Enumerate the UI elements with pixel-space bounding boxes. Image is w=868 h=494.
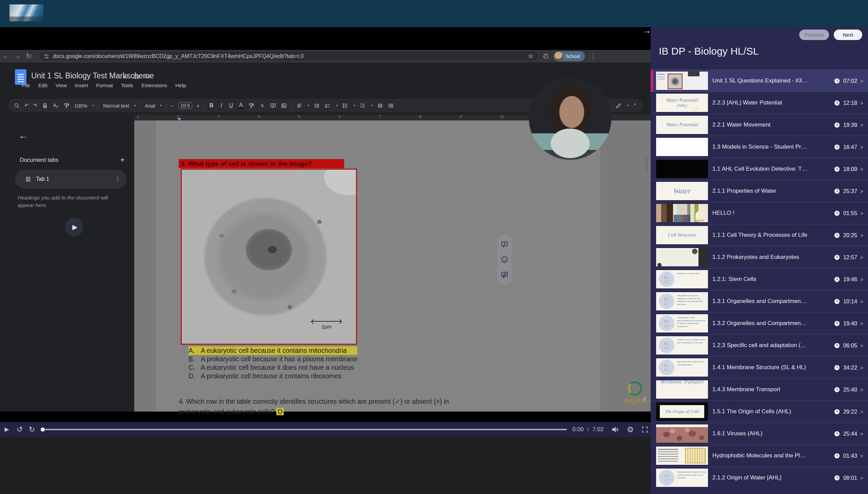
tab-item[interactable]: Tab 1 ⋮	[15, 170, 127, 189]
lesson-title: Hydrophobic Molecules and the Pl…	[712, 452, 834, 459]
dropdown-arrow-icon[interactable]: ▾	[627, 104, 629, 107]
tab-doc-icon	[25, 176, 31, 182]
spellcheck-icon[interactable]	[53, 102, 59, 109]
playlist-item[interactable]: B2.1.1Lipid bilayers as the basis of cel…	[651, 356, 868, 378]
playlist-item[interactable]: B2.2.4Adaptations of the mitochondrion f…	[651, 312, 868, 334]
forward-icon[interactable]: ↻	[26, 422, 38, 437]
add-comment-icon[interactable]	[500, 240, 509, 249]
option-text: A prokaryotic cell because it contains r…	[201, 372, 341, 380]
playlist-item[interactable]: B2.3.7Surface area-to-volume ratios and …	[651, 334, 868, 356]
close-tabs-panel-icon[interactable]: ←	[18, 130, 28, 141]
increase-font-size-icon[interactable]: +	[197, 103, 200, 109]
align-left-icon[interactable]	[296, 102, 303, 109]
undo-icon[interactable]: ↶	[24, 102, 29, 109]
tab-options-icon[interactable]: ⋮	[115, 175, 121, 183]
playlist-item[interactable]: Water Potential2.2.1 Water Movement19:39…	[651, 114, 868, 136]
emoji-reaction-icon[interactable]	[500, 255, 509, 264]
ruler-number: 1	[137, 115, 139, 119]
font-select[interactable]: Arial	[145, 103, 155, 109]
dropdown-arrow-icon[interactable]: ▾	[354, 104, 355, 107]
playlist-item[interactable]: Cell Structure1.1.1 Cell Theory & Proces…	[651, 224, 868, 246]
chevron-right-icon: >	[860, 343, 863, 348]
lesson-title: 1.1.1 Cell Theory & Processes of Life	[712, 232, 834, 239]
video-play-overlay-button[interactable]: ▶	[65, 218, 83, 236]
menu-view[interactable]: View	[56, 82, 67, 89]
playlist-item[interactable]: Unit 1 SL Questions Explained - #3…07:02…	[651, 70, 868, 92]
playlist-item[interactable]: HELLO !01:55>	[651, 202, 868, 224]
dropdown-arrow-icon[interactable]: ▾	[371, 104, 373, 107]
indent-icon[interactable]	[388, 102, 394, 109]
rewind-icon[interactable]: ↺	[14, 422, 26, 437]
doc-scrollbar-thumb[interactable]	[646, 157, 648, 172]
collapse-toolbar-icon[interactable]: ⌃	[633, 102, 637, 109]
menu-help[interactable]: Help	[175, 82, 186, 89]
numbered-list-icon[interactable]	[359, 102, 366, 109]
menu-edit[interactable]: Edit	[38, 82, 47, 89]
playlist-item[interactable]: B2.2.1Organelles as discrete subunits of…	[651, 290, 868, 312]
link-icon[interactable]	[259, 102, 265, 109]
zoom-select[interactable]: 100%	[74, 103, 87, 109]
text-color-button[interactable]: A	[238, 102, 244, 109]
menu-insert[interactable]: Insert	[75, 82, 88, 89]
outdent-icon[interactable]	[377, 102, 383, 109]
dropdown-arrow-icon[interactable]: ▾	[308, 104, 310, 107]
playlist-item[interactable]: 1.1.2 Prokaryotes and Eukaryotes12:57>	[651, 246, 868, 268]
paragraph-style-select[interactable]: Normal text	[103, 103, 129, 109]
menu-tools[interactable]: Tools	[121, 82, 133, 89]
playlist-item[interactable]: The Origin of Cells1.5.1 The Origin of C…	[651, 400, 868, 422]
sidebar-expand-chevron-icon[interactable]: ‹	[644, 393, 647, 404]
previous-button[interactable]: Previous	[799, 30, 829, 40]
playlist-item[interactable]: Hydrophobic Molecules and the Pl…01:43>	[651, 444, 868, 467]
redo-icon[interactable]: ↷	[33, 102, 38, 109]
image-icon[interactable]	[281, 102, 287, 109]
app-logo-image[interactable]	[9, 4, 43, 21]
toolbar-separator	[98, 102, 99, 109]
option-letter: C.	[189, 363, 201, 372]
suggest-edit-icon[interactable]	[500, 270, 509, 279]
playlist-item[interactable]: A1.1.7Extraplanetary origin of water on …	[651, 467, 868, 489]
comment-add-icon[interactable]	[270, 102, 276, 109]
sidebar-collapse-arrow-icon[interactable]: →	[643, 26, 651, 35]
search-icon[interactable]	[14, 102, 20, 109]
bullet-list-icon[interactable]	[342, 102, 349, 109]
chevron-right-icon: >	[860, 409, 863, 415]
highlight-color-icon[interactable]	[248, 102, 255, 109]
dropdown-arrow-icon[interactable]: ▾	[160, 104, 162, 107]
volume-icon[interactable]	[611, 425, 619, 434]
settings-gear-icon[interactable]: ⚙	[627, 425, 634, 434]
editing-mode-icon[interactable]	[615, 102, 622, 109]
menu-format[interactable]: Format	[96, 82, 113, 89]
dropdown-arrow-icon[interactable]: ▾	[93, 104, 94, 107]
clock-icon	[834, 144, 840, 150]
scrubber-handle[interactable]	[41, 428, 45, 432]
print-icon[interactable]	[42, 102, 48, 109]
underline-button[interactable]: U	[229, 102, 234, 109]
lesson-thumbnail: Water Potential(AHL)	[656, 94, 708, 112]
progress-track[interactable]	[45, 429, 567, 430]
ruler-number: 7	[379, 115, 381, 119]
playlist-item[interactable]: Membrane Transport1.4.3 Membrane Transpo…	[651, 378, 868, 400]
menu-file[interactable]: File	[22, 82, 30, 89]
italic-button[interactable]: I	[219, 102, 224, 109]
playlist-item[interactable]: B2.3.2Properties of stem cells1.2.1: Ste…	[651, 268, 868, 290]
paint-roller-icon[interactable]	[63, 102, 70, 109]
playlist-item[interactable]: Water Potential(AHL)2.2.3 [AHL] Water Po…	[651, 92, 868, 114]
playlist-item[interactable]: 1.6.1 Viruses (AHL)25:44>	[651, 422, 868, 444]
playlist-item[interactable]: 1.1 AHL Cell Evolution Detective: T…18:0…	[651, 158, 868, 180]
clock-icon	[834, 254, 840, 261]
menu-extensions[interactable]: Extensions	[141, 82, 167, 89]
chevron-right-icon: >	[860, 122, 863, 128]
playlist-item[interactable]: 1.3 Models in Science - Student Pr…16:47…	[651, 136, 868, 158]
line-spacing-icon[interactable]	[314, 102, 320, 109]
dropdown-arrow-icon[interactable]: ▾	[134, 104, 136, 107]
next-button[interactable]: Next	[834, 30, 862, 40]
play-button[interactable]: ▶	[0, 422, 14, 437]
bold-button[interactable]: B	[209, 102, 214, 109]
decrease-font-size-icon[interactable]: −	[171, 103, 174, 109]
add-tab-icon[interactable]: +	[120, 155, 125, 165]
font-size-input[interactable]: 10.5	[178, 102, 192, 109]
dropdown-arrow-icon[interactable]: ▾	[336, 104, 338, 107]
checklist-icon[interactable]	[324, 102, 331, 109]
playlist-item[interactable]: Water2.1.1 Properties of Water25:37>	[651, 180, 868, 202]
fullscreen-icon[interactable]	[641, 426, 649, 433]
